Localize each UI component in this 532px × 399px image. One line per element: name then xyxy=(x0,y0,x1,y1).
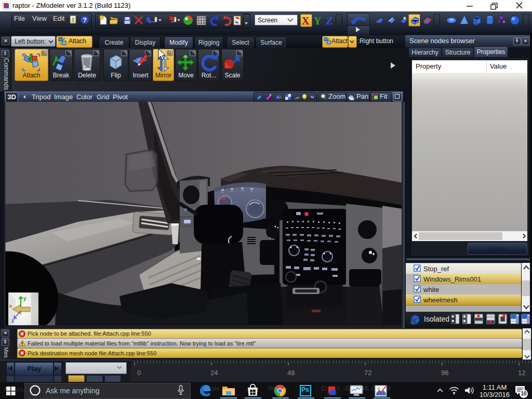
svg-text:z: z xyxy=(11,318,14,324)
svg-text:y: y xyxy=(23,296,26,301)
svg-text:Y: Y xyxy=(313,15,321,26)
svg-text:Z: Z xyxy=(326,15,333,26)
svg-text:?: ? xyxy=(83,16,87,24)
svg-text:X: X xyxy=(301,15,309,26)
svg-text:x: x xyxy=(9,303,12,309)
